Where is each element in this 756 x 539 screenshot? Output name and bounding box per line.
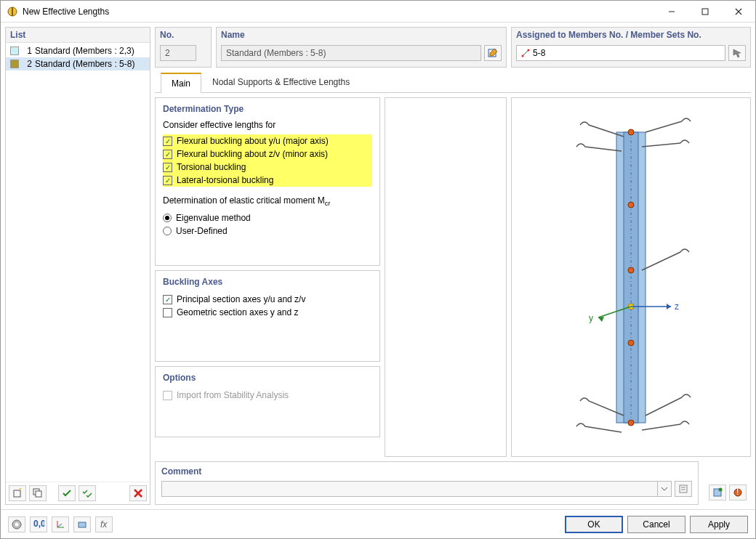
- svg-rect-31: [680, 485, 687, 493]
- check-all-button[interactable]: [79, 485, 96, 501]
- comment-input[interactable]: [161, 481, 657, 497]
- footer: 0,00 fx OK Cancel Apply: [1, 509, 755, 538]
- check-selected-button[interactable]: [58, 485, 76, 501]
- cancel-button[interactable]: Cancel: [627, 516, 685, 533]
- preview-panel: z y: [511, 97, 751, 457]
- check-geometric-axes[interactable]: Geometric section axes y and z: [163, 306, 372, 319]
- list-item-label: Standard (Members : 2,3): [35, 46, 134, 56]
- titlebar: New Effective Lengths: [1, 1, 755, 23]
- svg-line-27: [646, 397, 682, 416]
- check-label: Lateral-torsional buckling: [177, 175, 273, 185]
- maximize-button[interactable]: [688, 1, 722, 22]
- list-header: List: [6, 28, 150, 43]
- axis-y-label: y: [589, 313, 593, 323]
- assigned-input[interactable]: 5-8: [516, 45, 725, 61]
- list-item[interactable]: 1 Standard (Members : 2,3): [6, 44, 150, 57]
- checkbox-icon: [163, 176, 172, 185]
- check-flexural-yu[interactable]: Flexural buckling about y/u (major axis): [163, 134, 372, 147]
- color-swatch: [10, 46, 19, 55]
- determination-panel: Determination Type Consider effective le…: [155, 97, 380, 266]
- footer-precision-button[interactable]: 0,00: [30, 516, 47, 532]
- check-label: Flexural buckling about y/u (major axis): [177, 136, 329, 146]
- comment-combo[interactable]: [161, 481, 672, 497]
- footer-axes-button[interactable]: [52, 516, 69, 532]
- check-principal-axes[interactable]: Principal section axes y/u and z/v: [163, 293, 372, 306]
- preview-canvas[interactable]: z y: [512, 98, 750, 456]
- svg-rect-44: [79, 522, 86, 527]
- radio-label: User-Defined: [176, 226, 228, 236]
- radio-eigenvalue[interactable]: Eigenvalue method: [163, 211, 372, 224]
- check-lateral-torsional[interactable]: Lateral-torsional buckling: [163, 174, 372, 187]
- middle-empty-panel: [385, 97, 507, 457]
- no-input[interactable]: 2: [160, 45, 196, 61]
- svg-text:fx: fx: [100, 519, 108, 530]
- list-item[interactable]: 2 Standard (Members : 5-8): [6, 57, 150, 70]
- check-label: Import from Stability Analysis: [177, 390, 289, 400]
- radio-user-defined[interactable]: User-Defined: [163, 224, 372, 238]
- check-flexural-zv[interactable]: Flexural buckling about z/v (minor axis): [163, 147, 372, 161]
- buckling-title: Buckling Axes: [163, 277, 372, 287]
- checkbox-icon: [163, 295, 172, 304]
- axis-z-label: z: [675, 301, 679, 312]
- check-label: Principal section axes y/u and z/v: [177, 294, 305, 304]
- preview-tool-2[interactable]: !: [729, 485, 747, 500]
- name-input[interactable]: Standard (Members : 5-8): [221, 45, 481, 61]
- tab-main[interactable]: Main: [161, 73, 201, 93]
- svg-rect-8: [36, 491, 41, 497]
- copy-button[interactable]: [29, 485, 47, 501]
- svg-line-25: [642, 143, 680, 147]
- name-edit-button[interactable]: [484, 45, 502, 61]
- list-item-number: 2: [22, 59, 32, 69]
- list-item-number: 1: [22, 46, 32, 56]
- radio-label: Eigenvalue method: [176, 213, 251, 223]
- check-label: Flexural buckling about z/v (minor axis): [177, 149, 328, 159]
- svg-point-23: [628, 420, 634, 426]
- checkbox-icon: [163, 308, 172, 317]
- radio-icon: [163, 227, 172, 235]
- footer-view-button[interactable]: [73, 516, 91, 532]
- buckling-axes-panel: Buckling Axes Principal section axes y/u…: [155, 270, 380, 362]
- tab-nodal-supports[interactable]: Nodal Supports & Effective Lengths: [201, 72, 361, 92]
- check-torsional[interactable]: Torsional buckling: [163, 161, 372, 174]
- comment-panel: Comment: [155, 461, 699, 505]
- assigned-label: Assigned to Members No. / Member Sets No…: [512, 28, 750, 42]
- ok-button[interactable]: OK: [565, 516, 623, 533]
- close-button[interactable]: [722, 1, 755, 22]
- footer-help-button[interactable]: [8, 516, 25, 532]
- checkbox-icon: [163, 391, 172, 400]
- svg-text:!: !: [736, 487, 739, 497]
- svg-rect-1: [12, 7, 13, 16]
- assigned-value: 5-8: [533, 48, 545, 58]
- check-import-stability: Import from Stability Analysis: [163, 389, 372, 402]
- svg-rect-3: [702, 9, 708, 15]
- chevron-down-icon[interactable]: [657, 481, 672, 497]
- svg-line-28: [642, 424, 680, 430]
- window-title: New Effective Lengths: [23, 7, 655, 17]
- svg-line-24: [646, 121, 682, 132]
- footer-fx-button[interactable]: fx: [95, 516, 113, 532]
- svg-line-43: [57, 524, 62, 527]
- delete-button[interactable]: [129, 485, 147, 501]
- check-label: Torsional buckling: [177, 162, 246, 172]
- no-field-group: No. 2: [155, 27, 212, 68]
- list-item-label: Standard (Members : 5-8): [35, 59, 134, 69]
- list-pane: List 1 Standard (Members : 2,3) 2 Standa…: [5, 27, 150, 505]
- options-title: Options: [163, 373, 372, 383]
- color-swatch: [10, 60, 19, 68]
- pick-members-button[interactable]: [728, 45, 746, 61]
- name-label: Name: [217, 28, 506, 42]
- svg-rect-6: [14, 490, 20, 497]
- svg-line-14: [523, 51, 528, 55]
- comment-extra-button[interactable]: [675, 481, 692, 497]
- preview-tool-1[interactable]: [709, 485, 726, 500]
- svg-point-19: [628, 202, 634, 208]
- svg-text:0,00: 0,00: [33, 519, 44, 529]
- apply-button[interactable]: Apply: [690, 516, 748, 533]
- check-label: Geometric section axes y and z: [177, 307, 298, 317]
- new-button[interactable]: [9, 485, 26, 501]
- assigned-field-group: Assigned to Members No. / Member Sets No…: [511, 27, 751, 68]
- svg-point-22: [628, 340, 634, 346]
- radio-icon: [163, 214, 172, 222]
- checkbox-icon: [163, 150, 172, 159]
- minimize-button[interactable]: [655, 1, 688, 22]
